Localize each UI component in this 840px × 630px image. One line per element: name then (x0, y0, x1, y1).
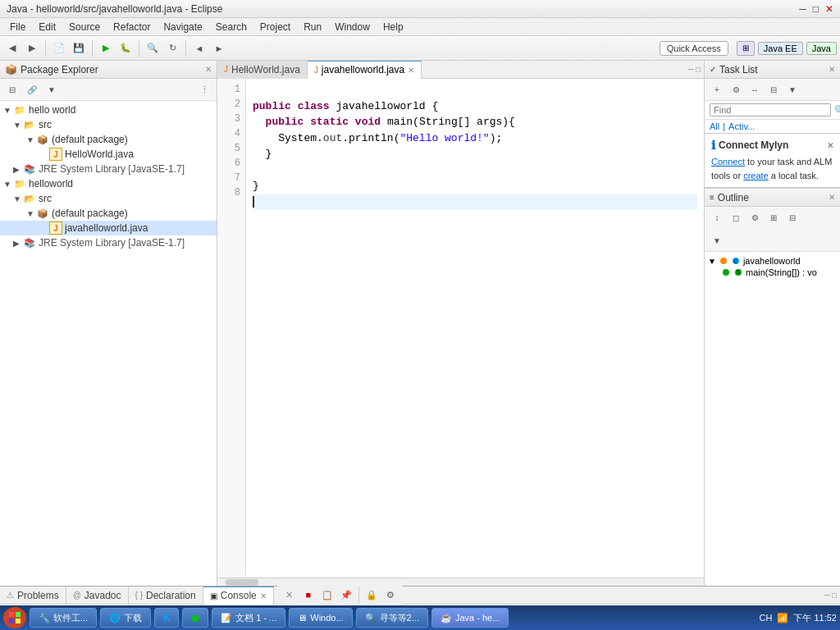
menu-refactor[interactable]: Refactor (107, 20, 157, 34)
toolbar-icon1[interactable]: ⊞ (737, 41, 755, 56)
taskbar-item-360[interactable]: ◉ (182, 608, 208, 628)
outline-class-item[interactable]: ▼ c javahelloworld (708, 255, 837, 267)
maximize-btn[interactable]: □ (813, 3, 819, 15)
console-options-btn[interactable]: ⚙ (381, 586, 399, 604)
tree-arrow: ▼ (26, 209, 36, 218)
minimize-btn[interactable]: ─ (799, 3, 806, 15)
menu-search[interactable]: Search (209, 20, 253, 34)
taskbar-item-software[interactable]: 🔧 软件工... (30, 608, 97, 628)
task-find-input[interactable] (710, 103, 831, 116)
console-stop-btn[interactable]: ■ (299, 586, 317, 604)
tab-javadoc[interactable]: @ Javadoc (66, 587, 129, 605)
toolbar-back-btn[interactable]: ◀ (3, 39, 21, 57)
connect-link[interactable]: Connect (711, 157, 745, 167)
taskbar-item-eclipse[interactable]: ☕ Java - he... (431, 608, 509, 628)
toolbar-search-btn[interactable]: 🔍 (144, 39, 162, 57)
task-add-btn[interactable]: + (708, 80, 726, 98)
task-menu-btn[interactable]: ▼ (783, 80, 801, 98)
menu-run[interactable]: Run (297, 20, 328, 34)
taskbar-item-word[interactable]: 📝 文档 1 - ... (212, 608, 285, 628)
menu-navigate[interactable]: Navigate (157, 20, 208, 34)
menu-edit[interactable]: Edit (32, 20, 62, 34)
mylyn-close-icon[interactable]: ✕ (827, 141, 833, 150)
taskbar-item-search[interactable]: 🔍 寻等等2... (356, 608, 428, 628)
menu-source[interactable]: Source (62, 20, 107, 34)
pkg-view-menu-btn[interactable]: ⋮ (195, 80, 213, 98)
tab-helloworld-java[interactable]: J HelloWorld.java (217, 61, 308, 79)
toolbar-refresh-btn[interactable]: ↻ (163, 39, 181, 57)
link-editor-btn[interactable]: 🔗 (23, 80, 41, 98)
menu-file[interactable]: File (3, 20, 32, 34)
toolbar-new-btn[interactable]: 📄 (50, 39, 68, 57)
tree-item-helloworld-src[interactable]: ▼ 📂 src (0, 117, 217, 132)
toolbar-forward-btn[interactable]: ▶ (23, 39, 41, 57)
tree-label: helloworld (29, 178, 73, 189)
tab-console[interactable]: ▣ Console ✕ (203, 587, 274, 605)
tree-item-helloworld-project[interactable]: ▼ 📁 hello world (0, 103, 217, 117)
outline-filter-btn[interactable]: ⚙ (746, 208, 764, 226)
quick-access-btn[interactable]: Quick Access (660, 41, 728, 56)
console-minimize-icon[interactable]: ─ (824, 591, 830, 600)
java-ee-btn[interactable]: Java EE (758, 42, 803, 55)
tree-item-javahelloworld-src[interactable]: ▼ 📂 src (0, 191, 217, 206)
toolbar: ◀ ▶ 📄 💾 ▶ 🐛 🔍 ↻ ◄ ► Quick Access ⊞ Java … (0, 36, 840, 61)
all-filter-label[interactable]: All (710, 121, 719, 131)
scrollbar-thumb[interactable] (226, 579, 258, 586)
outline-collapse-btn[interactable]: ⊟ (783, 208, 801, 226)
tab-declaration[interactable]: { } Declaration (129, 587, 203, 605)
tree-item-javahelloworld-project[interactable]: ▼ 📁 helloworld (0, 176, 217, 191)
taskbar-item-windows[interactable]: 🖥 Windo... (289, 608, 352, 628)
create-link[interactable]: create (743, 171, 769, 180)
menu-help[interactable]: Help (377, 20, 410, 34)
java-btn[interactable]: Java (806, 42, 837, 55)
toolbar-prev-btn[interactable]: ◄ (190, 39, 208, 57)
toolbar-next-btn[interactable]: ► (210, 39, 228, 57)
toolbar-run-btn[interactable]: ▶ (97, 39, 115, 57)
collapse-all-btn[interactable]: ⊟ (3, 80, 21, 98)
outline-sort-btn[interactable]: ↕ (708, 208, 726, 226)
package-explorer-close-icon[interactable]: ✕ (205, 65, 212, 74)
tree-item-helloworld-java[interactable]: J HelloWorld.java (0, 147, 217, 162)
tree-item-helloworld-jre[interactable]: ▶ 📚 JRE System Library [JavaSE-1.7] (0, 162, 217, 176)
outline-hide-btn[interactable]: ◻ (727, 208, 745, 226)
outline-close-icon[interactable]: ✕ (829, 193, 835, 202)
console-copy-btn[interactable]: 📋 (318, 586, 336, 604)
tree-item-javahelloworld-java[interactable]: J javahelloworld.java (0, 221, 217, 235)
taskbar-item-kingsoft[interactable]: K (154, 608, 179, 628)
code-editor[interactable]: 1 2 3 4 5 6 7 8 public class javahellowo… (217, 79, 704, 578)
console-clear-btn[interactable]: ✕ (281, 586, 299, 604)
toolbar-save-btn[interactable]: 💾 (70, 39, 88, 57)
console-close-icon[interactable]: ✕ (260, 591, 267, 600)
tree-item-javahelloworld-jre[interactable]: ▶ 📚 JRE System Library [JavaSE-1.7] (0, 235, 217, 250)
tab-close-icon[interactable]: ✕ (408, 66, 414, 75)
outline-menu-btn[interactable]: ▼ (708, 231, 726, 249)
java-file-icon: J (49, 221, 62, 235)
outline-method-item[interactable]: S main(String[]) : vo (708, 267, 837, 278)
tree-item-helloworld-default-pkg[interactable]: ▼ 📦 (default package) (0, 132, 217, 147)
menu-window[interactable]: Window (328, 20, 377, 34)
console-maximize-icon[interactable]: □ (832, 591, 837, 600)
outline-expand-btn[interactable]: ⊞ (765, 208, 783, 226)
tab-javahelloworld-java[interactable]: J javahelloworld.java ✕ (308, 61, 422, 79)
task-filter-btn[interactable]: ⚙ (727, 80, 745, 98)
find-search-icon[interactable]: 🔍 (834, 105, 840, 116)
task-list-close-icon[interactable]: ✕ (829, 65, 835, 74)
download-icon: 🌐 (109, 613, 121, 623)
taskbar-item-download[interactable]: 🌐 下载 (100, 608, 151, 628)
task-sync-btn[interactable]: ↔ (746, 80, 764, 98)
console-lock-btn[interactable]: 🔒 (363, 586, 381, 604)
toolbar-sep-2 (92, 40, 93, 57)
tab-problems[interactable]: ⚠ Problems (0, 587, 66, 605)
start-button[interactable] (3, 607, 26, 628)
task-collapse-btn[interactable]: ⊟ (765, 80, 783, 98)
menu-project[interactable]: Project (253, 20, 297, 34)
console-pin-btn[interactable]: 📌 (337, 586, 355, 604)
toolbar-debug-btn[interactable]: 🐛 (116, 39, 135, 57)
code-content[interactable]: public class javahelloworld { public sta… (246, 79, 704, 578)
editor-minimize-btn[interactable]: ─ (688, 65, 694, 74)
pkg-menu-btn[interactable]: ▼ (43, 80, 61, 98)
close-btn[interactable]: ✕ (825, 3, 833, 15)
editor-maximize-btn[interactable]: □ (696, 65, 701, 74)
active-filter-label[interactable]: Activ... (728, 121, 755, 131)
tree-item-javahelloworld-default-pkg[interactable]: ▼ 📦 (default package) (0, 206, 217, 221)
